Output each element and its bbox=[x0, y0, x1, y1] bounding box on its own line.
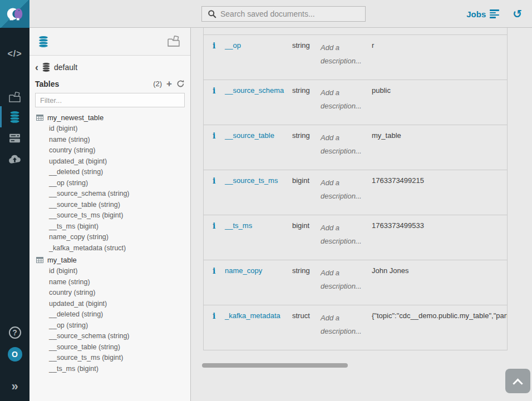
column-item[interactable]: __op (string) bbox=[35, 320, 185, 331]
column-item[interactable]: __deleted (string) bbox=[35, 309, 185, 320]
sample-value: r bbox=[372, 41, 507, 80]
table-row: iname_copystringAdd a description...John… bbox=[204, 260, 507, 305]
description-placeholder[interactable]: Add a description... bbox=[321, 266, 372, 305]
add-table-button[interactable]: + bbox=[166, 79, 172, 88]
table-filter-input[interactable] bbox=[35, 93, 185, 107]
table-item-my_table[interactable]: my_table bbox=[35, 254, 185, 266]
avatar-initial: O bbox=[8, 347, 22, 362]
assist-panel: ‹ default Tables (2) + my_newest_table bbox=[29, 28, 191, 401]
top-bar: Jobs ↺ bbox=[0, 0, 532, 28]
sample-value: 1763373499533 bbox=[372, 221, 507, 260]
tasks-icon bbox=[490, 9, 499, 19]
column-item[interactable]: id (bigint) bbox=[35, 123, 185, 135]
sample-value: public bbox=[372, 86, 507, 125]
column-item[interactable]: __source_table (string) bbox=[35, 200, 185, 211]
sidebar-item-documents[interactable] bbox=[0, 87, 29, 108]
description-placeholder[interactable]: Add a description... bbox=[321, 86, 372, 125]
sample-value: my_table bbox=[372, 131, 507, 170]
description-placeholder[interactable]: Add a description... bbox=[321, 131, 372, 170]
sample-value: John Jones bbox=[372, 266, 507, 305]
table-icon bbox=[36, 115, 43, 121]
column-type: string bbox=[292, 41, 321, 80]
sidebar-item-editor[interactable]: </> bbox=[0, 43, 29, 65]
tables-tree: my_newest_tableid (bigint)name (string)c… bbox=[35, 111, 185, 374]
column-name-link[interactable]: __source_ts_ms bbox=[225, 176, 278, 185]
horizontal-scrollbar-thumb[interactable] bbox=[202, 363, 348, 368]
documents-icon bbox=[167, 36, 180, 47]
column-name-link[interactable]: __ts_ms bbox=[225, 221, 252, 230]
jobs-button[interactable]: Jobs bbox=[466, 9, 499, 19]
chevron-up-icon bbox=[513, 378, 523, 388]
column-name-link[interactable]: _kafka_metadata bbox=[225, 311, 280, 320]
column-item[interactable]: name (string) bbox=[35, 277, 185, 288]
table-row: i__source_schemastringAdd a description.… bbox=[204, 80, 507, 125]
info-icon[interactable]: i bbox=[213, 131, 215, 140]
table-name: my_table bbox=[47, 256, 77, 264]
column-name-link[interactable]: __op bbox=[225, 41, 241, 49]
column-item[interactable]: __ts_ms (bigint) bbox=[35, 364, 185, 375]
sidebar-item-tables[interactable] bbox=[0, 106, 29, 127]
table-row: i__source_tablestringAdd a description..… bbox=[204, 125, 507, 170]
assist-tables-source[interactable] bbox=[38, 36, 49, 48]
jobs-label: Jobs bbox=[466, 9, 486, 19]
columns-table: i__opstringAdd a description...ri__sourc… bbox=[203, 28, 508, 350]
table-name: my_newest_table bbox=[47, 113, 104, 122]
column-item[interactable]: country (string) bbox=[35, 288, 185, 299]
documents-icon bbox=[8, 92, 21, 103]
column-item[interactable]: __source_table (string) bbox=[35, 342, 185, 353]
search-icon bbox=[208, 9, 216, 18]
database-icon bbox=[38, 36, 49, 48]
column-item[interactable]: __ts_ms (bigint) bbox=[35, 221, 185, 232]
description-placeholder[interactable]: Add a description... bbox=[321, 221, 372, 260]
column-item[interactable]: __source_schema (string) bbox=[35, 189, 185, 200]
table-row-partial bbox=[204, 28, 507, 35]
column-item[interactable]: id (bigint) bbox=[35, 266, 185, 277]
hue-logo[interactable] bbox=[0, 0, 29, 28]
column-name-link[interactable]: __source_schema bbox=[225, 86, 284, 95]
database-icon bbox=[9, 111, 21, 123]
info-icon[interactable]: i bbox=[213, 311, 215, 320]
description-placeholder[interactable]: Add a description... bbox=[321, 311, 372, 350]
database-icon bbox=[42, 62, 51, 72]
table-item-my_newest_table[interactable]: my_newest_table bbox=[35, 111, 185, 123]
refresh-button[interactable] bbox=[176, 80, 185, 88]
column-item[interactable]: __op (string) bbox=[35, 178, 185, 189]
document-search bbox=[201, 6, 366, 22]
column-name-link[interactable]: __source_table bbox=[225, 131, 274, 140]
column-item[interactable]: updated_at (bigint) bbox=[35, 156, 185, 167]
left-nav-rail: </> ? O bbox=[0, 28, 29, 401]
scroll-to-top-button[interactable] bbox=[505, 369, 530, 393]
refresh-icon bbox=[176, 80, 185, 88]
info-icon[interactable]: i bbox=[213, 176, 215, 185]
info-icon[interactable]: i bbox=[213, 86, 215, 95]
sidebar-expand-button[interactable]: » bbox=[0, 376, 29, 397]
history-icon[interactable]: ↺ bbox=[513, 8, 522, 19]
column-name-link[interactable]: name_copy bbox=[225, 266, 262, 275]
info-icon[interactable]: i bbox=[213, 41, 215, 50]
table-row: i_kafka_metadatastructAdd a description.… bbox=[204, 305, 507, 350]
breadcrumb-database[interactable]: default bbox=[54, 63, 77, 72]
column-item[interactable]: _kafka_metadata (struct) bbox=[35, 243, 185, 254]
description-placeholder[interactable]: Add a description... bbox=[321, 176, 372, 215]
info-icon[interactable]: i bbox=[213, 221, 215, 230]
sidebar-item-jobs-browser[interactable] bbox=[0, 127, 29, 148]
search-input[interactable] bbox=[220, 9, 365, 18]
info-icon[interactable]: i bbox=[213, 266, 215, 275]
assist-documents-source[interactable] bbox=[167, 36, 180, 47]
column-item[interactable]: __source_ts_ms (bigint) bbox=[35, 210, 185, 221]
sidebar-item-importer[interactable] bbox=[0, 148, 29, 170]
user-avatar[interactable]: O bbox=[0, 344, 29, 365]
table-row: i__source_ts_msbigintAdd a description..… bbox=[204, 170, 507, 215]
column-item[interactable]: __deleted (string) bbox=[35, 167, 185, 178]
column-item[interactable]: country (string) bbox=[35, 145, 185, 156]
sample-value: 1763373499215 bbox=[372, 176, 507, 215]
sidebar-item-help[interactable]: ? bbox=[0, 322, 29, 343]
column-item[interactable]: name (string) bbox=[35, 135, 185, 146]
table-icon bbox=[36, 257, 43, 263]
column-item[interactable]: __source_schema (string) bbox=[35, 331, 185, 342]
column-item[interactable]: updated_at (bigint) bbox=[35, 299, 185, 310]
column-item[interactable]: name_copy (string) bbox=[35, 232, 185, 243]
chevron-left-icon[interactable]: ‹ bbox=[35, 62, 38, 72]
description-placeholder[interactable]: Add a description... bbox=[321, 41, 372, 80]
column-item[interactable]: __source_ts_ms (bigint) bbox=[35, 353, 185, 364]
